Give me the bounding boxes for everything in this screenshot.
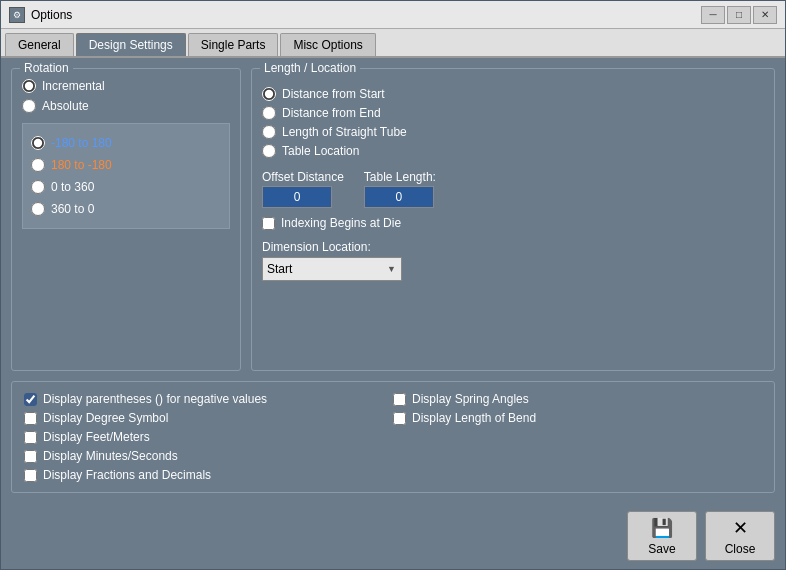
cb-length-of-bend[interactable]: Display Length of Bend	[393, 411, 762, 425]
panels-row: Rotation Incremental Absolute -180 to 18…	[11, 68, 775, 371]
indexing-row: Indexing Begins at Die	[262, 216, 764, 230]
offset-input-group: Offset Distance	[262, 170, 344, 208]
radio-table-loc[interactable]: Table Location	[262, 144, 764, 158]
title-bar: ⚙ Options ─ □ ✕	[1, 1, 785, 29]
radio-range2[interactable]: 180 to -180	[31, 158, 221, 172]
radio-range1-input[interactable]	[31, 136, 45, 150]
indexing-label: Indexing Begins at Die	[281, 216, 401, 230]
rotation-mode-group: Incremental Absolute	[22, 79, 230, 113]
cb-feet-meters-input[interactable]	[24, 431, 37, 444]
radio-dist-start-label: Distance from Start	[282, 87, 385, 101]
cb-parentheses[interactable]: Display parentheses () for negative valu…	[24, 392, 393, 406]
cb-minutes-seconds[interactable]: Display Minutes/Seconds	[24, 449, 393, 463]
radio-incremental-input[interactable]	[22, 79, 36, 93]
dimension-select[interactable]: Start End	[262, 257, 402, 281]
table-length-input[interactable]	[364, 186, 434, 208]
radio-range2-input[interactable]	[31, 158, 45, 172]
cb-parentheses-label: Display parentheses () for negative valu…	[43, 392, 267, 406]
radio-range1-label: -180 to 180	[51, 136, 112, 150]
window-title: Options	[31, 8, 72, 22]
rotation-group-title: Rotation	[20, 61, 73, 75]
cb-length-of-bend-input[interactable]	[393, 412, 406, 425]
radio-range4-label: 360 to 0	[51, 202, 94, 216]
radio-incremental-label: Incremental	[42, 79, 105, 93]
offset-input[interactable]	[262, 186, 332, 208]
close-icon: ✕	[733, 517, 748, 539]
radio-straight-tube[interactable]: Length of Straight Tube	[262, 125, 764, 139]
tab-design-settings[interactable]: Design Settings	[76, 33, 186, 56]
dimension-select-wrapper: Start End	[262, 257, 402, 281]
radio-dist-end[interactable]: Distance from End	[262, 106, 764, 120]
cb-fractions-label: Display Fractions and Decimals	[43, 468, 211, 482]
radio-dist-end-input[interactable]	[262, 106, 276, 120]
main-content: Rotation Incremental Absolute -180 to 18…	[1, 58, 785, 503]
close-button[interactable]: ✕ Close	[705, 511, 775, 561]
radio-dist-start[interactable]: Distance from Start	[262, 87, 764, 101]
save-icon: 💾	[651, 517, 673, 539]
table-length-label: Table Length:	[364, 170, 436, 184]
minimize-button[interactable]: ─	[701, 6, 725, 24]
bottom-col-left: Display parentheses () for negative valu…	[24, 392, 393, 482]
bottom-col-right: Display Spring Angles Display Length of …	[393, 392, 762, 482]
cb-parentheses-input[interactable]	[24, 393, 37, 406]
cb-feet-meters[interactable]: Display Feet/Meters	[24, 430, 393, 444]
title-controls: ─ □ ✕	[701, 6, 777, 24]
cb-fractions-input[interactable]	[24, 469, 37, 482]
radio-absolute-input[interactable]	[22, 99, 36, 113]
rotation-values-box: -180 to 180 180 to -180 0 to 360 360 to …	[22, 123, 230, 229]
radio-table-loc-label: Table Location	[282, 144, 359, 158]
offset-label: Offset Distance	[262, 170, 344, 184]
radio-range1[interactable]: -180 to 180	[31, 136, 221, 150]
cb-degree-label: Display Degree Symbol	[43, 411, 168, 425]
length-radios: Distance from Start Distance from End Le…	[262, 87, 764, 158]
save-button[interactable]: 💾 Save	[627, 511, 697, 561]
footer: 💾 Save ✕ Close	[1, 503, 785, 569]
table-length-input-group: Table Length:	[364, 170, 436, 208]
tab-general[interactable]: General	[5, 33, 74, 56]
radio-dist-start-input[interactable]	[262, 87, 276, 101]
cb-degree[interactable]: Display Degree Symbol	[24, 411, 393, 425]
length-content: Distance from Start Distance from End Le…	[262, 87, 764, 281]
cb-fractions[interactable]: Display Fractions and Decimals	[24, 468, 393, 482]
maximize-button[interactable]: □	[727, 6, 751, 24]
radio-table-loc-input[interactable]	[262, 144, 276, 158]
inputs-row: Offset Distance Table Length:	[262, 170, 764, 208]
radio-dist-end-label: Distance from End	[282, 106, 381, 120]
cb-minutes-seconds-label: Display Minutes/Seconds	[43, 449, 178, 463]
cb-degree-input[interactable]	[24, 412, 37, 425]
cb-feet-meters-label: Display Feet/Meters	[43, 430, 150, 444]
indexing-checkbox[interactable]	[262, 217, 275, 230]
radio-range4-input[interactable]	[31, 202, 45, 216]
cb-spring-angles[interactable]: Display Spring Angles	[393, 392, 762, 406]
cb-length-of-bend-label: Display Length of Bend	[412, 411, 536, 425]
radio-absolute-label: Absolute	[42, 99, 89, 113]
dimension-row: Dimension Location: Start End	[262, 240, 764, 281]
cb-minutes-seconds-input[interactable]	[24, 450, 37, 463]
radio-incremental[interactable]: Incremental	[22, 79, 230, 93]
cb-spring-angles-label: Display Spring Angles	[412, 392, 529, 406]
save-label: Save	[648, 542, 675, 556]
tab-single-parts[interactable]: Single Parts	[188, 33, 279, 56]
radio-straight-tube-input[interactable]	[262, 125, 276, 139]
options-window: ⚙ Options ─ □ ✕ General Design Settings …	[0, 0, 786, 570]
radio-range3-input[interactable]	[31, 180, 45, 194]
radio-range3-label: 0 to 360	[51, 180, 94, 194]
cb-spring-angles-input[interactable]	[393, 393, 406, 406]
close-window-button[interactable]: ✕	[753, 6, 777, 24]
dimension-label: Dimension Location:	[262, 240, 764, 254]
rotation-group: Rotation Incremental Absolute -180 to 18…	[11, 68, 241, 371]
radio-range2-label: 180 to -180	[51, 158, 112, 172]
bottom-options: Display parentheses () for negative valu…	[11, 381, 775, 493]
tabs-bar: General Design Settings Single Parts Mis…	[1, 29, 785, 58]
tab-misc-options[interactable]: Misc Options	[280, 33, 375, 56]
window-icon: ⚙	[9, 7, 25, 23]
radio-range3[interactable]: 0 to 360	[31, 180, 221, 194]
title-bar-left: ⚙ Options	[9, 7, 72, 23]
length-group-title: Length / Location	[260, 61, 360, 75]
close-label: Close	[725, 542, 756, 556]
radio-absolute[interactable]: Absolute	[22, 99, 230, 113]
length-group: Length / Location Distance from Start Di…	[251, 68, 775, 371]
radio-range4[interactable]: 360 to 0	[31, 202, 221, 216]
radio-straight-tube-label: Length of Straight Tube	[282, 125, 407, 139]
